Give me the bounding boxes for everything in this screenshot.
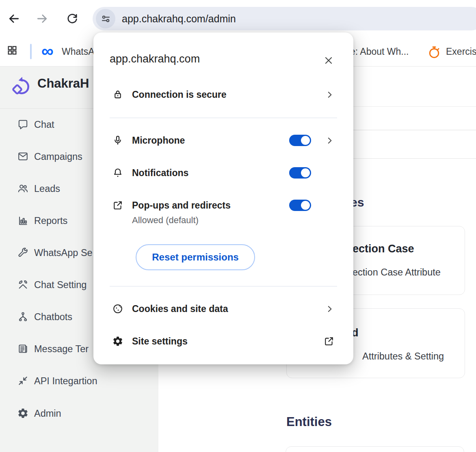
envelope-icon — [17, 151, 29, 162]
reload-icon — [66, 12, 79, 25]
dialog-divider — [110, 118, 337, 118]
site-info-dialog: app.chakrahq.com Connection is secure Mi… — [93, 32, 353, 364]
site-settings-row[interactable]: Site settings — [93, 331, 353, 351]
browser-window: app.chakrahq.com/admin ∞ WhatsA e: About… — [0, 0, 476, 452]
bell-icon — [112, 167, 123, 179]
stopwatch-icon — [427, 45, 441, 61]
meta-logo-icon: ∞ — [41, 41, 54, 62]
url-text[interactable]: app.chakrahq.com/admin — [122, 7, 236, 30]
cookies-row[interactable]: Cookies and site data — [93, 299, 353, 319]
connection-secure-row[interactable]: Connection is secure — [93, 85, 353, 104]
popups-label: Pop-ups and redirects — [132, 196, 231, 215]
site-settings-label: Site settings — [132, 331, 188, 351]
document-icon — [17, 343, 29, 355]
toggle-knob — [301, 201, 310, 210]
dialog-divider — [110, 286, 337, 286]
toggle-knob — [301, 136, 310, 145]
sidebar-item-label: Admin — [34, 405, 61, 422]
chevron-right-icon — [325, 304, 334, 314]
bookmark-exercise[interactable]: Exercis — [446, 37, 476, 67]
sidebar-item-label: Chatbots — [34, 308, 72, 326]
microphone-toggle[interactable] — [289, 135, 311, 146]
notifications-toggle[interactable] — [289, 167, 311, 179]
notifications-row: Notifications — [93, 163, 353, 183]
bookmark-about[interactable]: e: About Wh... — [350, 37, 409, 67]
open-in-new-icon — [323, 336, 335, 347]
brand-name: ChakraH — [37, 76, 89, 91]
chevron-right-icon — [325, 136, 334, 145]
dialog-title: app.chakrahq.com — [110, 53, 200, 65]
forward-button[interactable] — [35, 11, 50, 26]
forward-arrow-icon — [36, 12, 49, 25]
sidebar-item-admin[interactable]: Admin — [0, 405, 158, 422]
bookmarks-separator — [30, 44, 32, 59]
popups-row: Pop-ups and redirects — [93, 196, 353, 215]
sidebar-item-label: Chat — [34, 116, 54, 133]
lock-icon — [112, 89, 123, 100]
sidebar-item-label: WhatsApp Se — [34, 244, 93, 262]
microphone-icon — [112, 135, 123, 146]
reload-button[interactable] — [65, 11, 80, 26]
wrench-icon — [17, 247, 29, 258]
sidebar-item-label: Leads — [34, 180, 60, 198]
back-arrow-icon — [7, 12, 20, 25]
branch-icon — [17, 311, 29, 323]
card-subtitle-fragment[interactable]: Attributes & Setting — [362, 351, 444, 362]
cookies-label: Cookies and site data — [132, 299, 228, 319]
chevron-right-icon — [325, 90, 334, 99]
tune-icon — [100, 13, 111, 24]
bar-chart-icon — [17, 215, 29, 226]
chakrahq-logo-icon — [11, 75, 35, 98]
microphone-row: Microphone — [93, 131, 353, 150]
apps-grid-icon[interactable] — [6, 45, 18, 58]
back-button[interactable] — [6, 11, 21, 26]
notifications-label: Notifications — [132, 163, 188, 183]
card-title-fragment: ection Case — [353, 243, 414, 255]
browser-toolbar: app.chakrahq.com/admin — [0, 0, 476, 37]
bookmark-whatsapp[interactable]: WhatsA — [62, 37, 95, 67]
chat-bubble-icon — [17, 118, 29, 130]
entities-card[interactable] — [286, 446, 464, 452]
connection-secure-label: Connection is secure — [132, 85, 227, 104]
sidebar-item-label: API Integartion — [34, 372, 97, 390]
sidebar-item-label: Campaigns — [34, 148, 82, 166]
people-icon — [17, 183, 29, 194]
card-subtitle-fragment[interactable]: ection Case Attribute — [353, 267, 441, 278]
sidebar-item-label: Message Ter — [34, 340, 89, 358]
collapse-arrows-icon — [17, 375, 29, 387]
site-info-button[interactable] — [96, 9, 115, 28]
popups-toggle[interactable] — [289, 200, 311, 211]
cookie-icon — [112, 303, 123, 314]
sidebar-item-label: Reports — [34, 212, 67, 230]
sidebar-item-label: Chat Setting — [34, 276, 87, 294]
popups-status: Allowed (default) — [132, 215, 199, 226]
close-button[interactable] — [320, 52, 337, 69]
entities-heading: Entities — [286, 415, 332, 429]
gear-icon — [17, 407, 29, 419]
toggle-knob — [301, 168, 310, 177]
close-icon — [323, 55, 334, 66]
gear-icon — [112, 336, 123, 347]
url-bar[interactable]: app.chakrahq.com/admin — [93, 7, 476, 30]
reset-permissions-button[interactable]: Reset permissions — [136, 244, 255, 270]
microphone-label: Microphone — [132, 131, 185, 150]
tools-icon — [17, 279, 29, 291]
popup-icon — [112, 200, 123, 211]
sidebar-item-api-integration[interactable]: API Integartion — [0, 372, 158, 390]
